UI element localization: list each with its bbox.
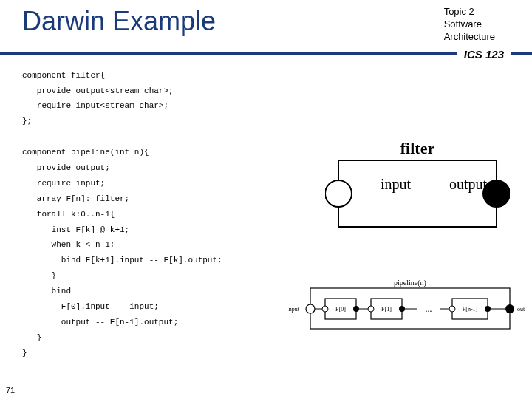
svg-point-14: [485, 306, 491, 312]
pipeline-output-label: output: [517, 306, 525, 313]
slide-title: Darwin Example: [22, 6, 216, 37]
pipeline-diagram: pipeline(n) input F[0] F[1] ... F[n-1] o…: [288, 275, 525, 341]
svg-point-8: [368, 306, 374, 312]
input-port-icon: [325, 180, 352, 207]
course-label: ICS 123: [457, 48, 511, 61]
filter-title: filter: [400, 139, 435, 157]
pipeline-output-port: [505, 304, 514, 313]
topic-label: Topic 2 Software Architecture: [444, 6, 517, 44]
ellipsis: ...: [426, 304, 432, 314]
topic-line1: Topic 2: [444, 6, 474, 17]
slide-number: 71: [6, 386, 15, 395]
svg-point-5: [353, 306, 359, 312]
box-fn1: F[n-1]: [463, 306, 478, 313]
output-label: output: [449, 176, 488, 193]
svg-rect-0: [338, 160, 497, 227]
box-f1: F[1]: [381, 306, 392, 313]
svg-point-13: [449, 306, 455, 312]
svg-point-4: [322, 306, 328, 312]
filter-diagram: filter input output: [325, 134, 510, 238]
topic-line2: Software: [444, 18, 482, 30]
topic-line3: Architecture: [444, 31, 495, 42]
box-f0: F[0]: [335, 306, 346, 313]
header-rule: ICS 123: [0, 48, 532, 61]
pipeline-input-port: [306, 304, 315, 313]
output-port-icon: [483, 180, 510, 207]
pipeline-title: pipeline(n): [394, 279, 426, 287]
input-label: input: [381, 176, 412, 193]
pipeline-input-label: input: [288, 306, 300, 313]
svg-point-9: [399, 306, 405, 312]
